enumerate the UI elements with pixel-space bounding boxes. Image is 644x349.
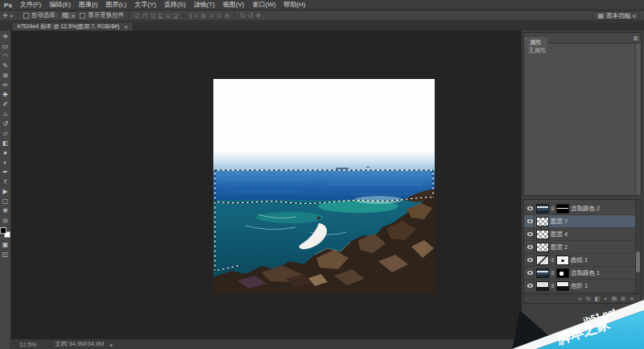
layer-row[interactable]: 8 曲线 1 <box>524 254 635 267</box>
mask-link-icon: 8 <box>551 283 555 289</box>
align-top-icon[interactable]: ⊑ <box>158 11 163 20</box>
auto-select-value: 组 <box>63 11 69 19</box>
tab-properties[interactable]: 属性 <box>524 37 547 48</box>
menu-view[interactable]: 视图(V) <box>219 0 249 10</box>
document-tab[interactable]: 47524e4 副本 @ 12.5%(图层 7, RGB/8#) × <box>11 22 134 31</box>
panel-menu-icon[interactable]: ≣ <box>633 33 638 44</box>
document-image[interactable] <box>213 79 435 293</box>
align-middle-icon[interactable]: ⊔ <box>166 11 171 20</box>
gradient-tool[interactable]: ◧ <box>0 139 10 148</box>
divider <box>129 12 130 19</box>
menu-type[interactable]: 文字(Y) <box>130 0 160 10</box>
zoom-tool[interactable]: ◎ <box>0 216 10 226</box>
distribute-center-icon[interactable]: ≎ <box>217 11 222 20</box>
distribute-left-icon[interactable]: ≍ <box>208 11 214 20</box>
foreground-color-swatch[interactable] <box>0 227 6 234</box>
distribute-bottom-icon[interactable]: ≣ <box>200 11 206 20</box>
move-tool[interactable]: ✛ <box>0 32 10 42</box>
zoom-level[interactable]: 12.5% <box>19 341 36 348</box>
properties-panel-header: 属性 ≣ <box>524 33 641 44</box>
lasso-tool[interactable]: ◠ <box>0 52 10 61</box>
3d-rotate-icon[interactable]: ↻ <box>240 11 246 20</box>
distribute-right-icon[interactable]: ≋ <box>224 11 229 20</box>
tool-preset-caret-icon[interactable]: ▾ <box>10 13 13 19</box>
quick-selection-tool[interactable]: ✎ <box>0 61 10 71</box>
shape-tool[interactable]: ▢ <box>0 197 10 206</box>
visibility-eye-icon[interactable] <box>526 228 535 241</box>
layer-thumbnail[interactable] <box>536 268 549 278</box>
layer-row-selected[interactable]: 图层 7 <box>524 215 635 228</box>
workspace-switcher[interactable]: ▦ 基本功能 ▾ <box>593 11 639 20</box>
workspace-label: 基本功能 <box>606 12 630 20</box>
brush-tool[interactable]: ✐ <box>0 100 10 110</box>
show-transform-checkbox[interactable] <box>80 13 85 19</box>
menu-help[interactable]: 帮助(H) <box>279 0 309 10</box>
3d-drag-icon[interactable]: ✥ <box>256 11 262 20</box>
menu-image[interactable]: 图像(I) <box>75 0 102 10</box>
align-bottom-icon[interactable]: ⊒ <box>173 11 179 20</box>
quick-mask-button[interactable]: ▣ <box>0 240 10 250</box>
move-tool-icon: ✛ <box>2 11 8 20</box>
properties-panel: 属性 ≣ 无属性 <box>523 32 642 196</box>
auto-select-dropdown[interactable]: 组 ▾ <box>60 11 78 20</box>
menu-file[interactable]: 文件(F) <box>16 0 45 10</box>
visibility-eye-icon[interactable] <box>526 202 535 215</box>
spot-healing-brush-tool[interactable]: ✚ <box>0 90 10 100</box>
layers-scrollbar-thumb[interactable] <box>636 251 640 272</box>
distribute-middle-icon[interactable]: ≡ <box>195 11 199 20</box>
status-expand-icon[interactable]: ▸ <box>110 342 113 347</box>
menu-bar: Ps 文件(F) 编辑(E) 图像(I) 图层(L) 文字(Y) 选择(S) 滤… <box>0 0 644 10</box>
crop-tool[interactable]: ⊞ <box>0 71 10 81</box>
visibility-eye-icon[interactable] <box>526 267 535 280</box>
layer-mask-thumbnail[interactable] <box>556 281 569 291</box>
eraser-tool[interactable]: ▱ <box>0 129 10 139</box>
eyedropper-tool[interactable]: ✏ <box>0 81 10 90</box>
layer-thumbnail[interactable] <box>536 243 549 252</box>
3d-roll-icon[interactable]: ↺ <box>248 11 254 20</box>
divider <box>45 341 46 348</box>
visibility-eye-icon[interactable] <box>526 254 535 267</box>
menu-select[interactable]: 选择(S) <box>160 0 190 10</box>
layer-row[interactable]: 8 选取颜色 2 <box>524 202 635 215</box>
hand-tool[interactable]: ✾ <box>0 206 10 216</box>
visibility-eye-icon[interactable] <box>526 215 535 228</box>
layer-row[interactable]: 8 色阶 1 <box>524 280 635 293</box>
layer-thumbnail[interactable] <box>536 230 549 239</box>
menu-layer[interactable]: 图层(L) <box>101 0 130 10</box>
layer-thumbnail[interactable] <box>536 256 549 265</box>
align-right-icon[interactable]: ⊐ <box>150 11 155 20</box>
visibility-eye-icon[interactable] <box>526 280 535 293</box>
layer-row[interactable]: 图层 2 <box>524 241 635 254</box>
menu-window[interactable]: 窗口(W) <box>248 0 279 10</box>
menu-filter[interactable]: 滤镜(T) <box>190 0 219 10</box>
visibility-eye-icon[interactable] <box>526 241 535 254</box>
blur-tool[interactable]: ● <box>0 148 10 158</box>
dodge-tool[interactable]: ◐ <box>0 158 10 168</box>
properties-scrollbar[interactable] <box>635 44 641 195</box>
layer-mask-thumbnail[interactable] <box>556 268 569 278</box>
menu-edit[interactable]: 编辑(E) <box>45 0 75 10</box>
layer-mask-thumbnail[interactable] <box>556 204 569 214</box>
history-brush-tool[interactable]: ↺ <box>0 119 10 129</box>
layer-name: 选取颜色 2 <box>571 205 600 213</box>
layer-thumbnail[interactable] <box>536 204 549 214</box>
layers-scrollbar[interactable] <box>635 200 641 293</box>
clone-stamp-tool[interactable]: ♨ <box>0 110 10 119</box>
layer-row[interactable]: 图层 4 <box>524 228 635 241</box>
layer-thumbnail[interactable] <box>536 281 549 291</box>
distribute-top-icon[interactable]: ∥ <box>189 11 192 20</box>
rectangular-marquee-tool[interactable]: ▭ <box>0 42 10 52</box>
layer-name: 图层 7 <box>551 218 568 226</box>
close-tab-icon[interactable]: × <box>124 23 128 31</box>
auto-select-checkbox[interactable] <box>23 13 29 19</box>
layer-mask-thumbnail[interactable] <box>556 256 569 265</box>
type-tool[interactable]: T <box>0 177 10 187</box>
pen-tool[interactable]: ✒ <box>0 168 10 177</box>
align-center-icon[interactable]: ⊓ <box>142 11 147 20</box>
align-left-icon[interactable]: ⊏ <box>134 11 140 20</box>
path-selection-tool[interactable]: ▶ <box>0 187 10 197</box>
screen-mode-button[interactable]: ◱ <box>0 250 10 260</box>
chevron-down-icon: ▾ <box>72 13 74 19</box>
layer-thumbnail[interactable] <box>536 217 549 226</box>
layer-row[interactable]: 8 选取颜色 1 <box>524 267 635 280</box>
